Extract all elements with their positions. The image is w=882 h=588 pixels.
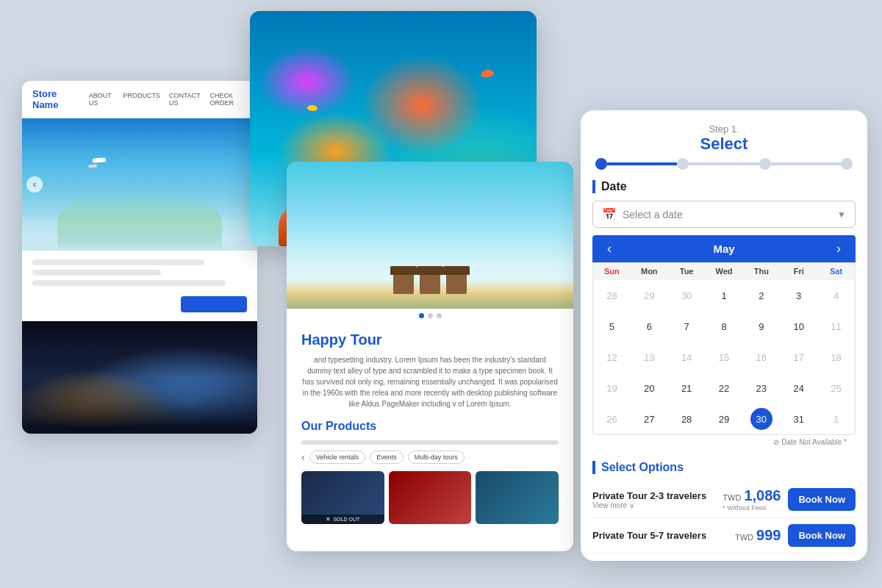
- cal-cell[interactable]: 8: [706, 311, 743, 342]
- cal-cell[interactable]: 24: [780, 373, 817, 404]
- prev-month-button[interactable]: ‹: [604, 241, 614, 257]
- step-dot-1: [595, 158, 607, 170]
- dropdown-arrow-icon: ▼: [837, 209, 846, 220]
- store-hero-image: ‹: [22, 118, 257, 251]
- filter-multiday[interactable]: Multi-day tours: [408, 451, 465, 464]
- tour-description: and typesetting industry. Lorem Ipsum ha…: [301, 354, 559, 409]
- cal-cell[interactable]: 12: [593, 342, 631, 373]
- step-line-2: [689, 162, 759, 165]
- date-select-dropdown[interactable]: 📅 Select a date ▼: [592, 201, 856, 228]
- nav-products[interactable]: PRODUCTS: [123, 92, 160, 107]
- cal-cell[interactable]: 18: [817, 342, 855, 373]
- cal-cell[interactable]: 3: [780, 280, 817, 311]
- cal-cell[interactable]: 1: [817, 404, 855, 434]
- cal-cell[interactable]: 20: [631, 373, 668, 404]
- products-title: Our Products: [301, 420, 559, 433]
- tour-dot-3: [437, 313, 442, 318]
- cal-cell[interactable]: 27: [631, 404, 668, 434]
- cal-cell[interactable]: 9: [742, 311, 780, 342]
- filter-prev-btn[interactable]: ‹: [301, 451, 305, 463]
- step-header: Step 1. Select: [581, 110, 867, 158]
- step-line-3: [771, 162, 841, 165]
- product-thumb-1[interactable]: ✕ SOLD OUT: [301, 471, 384, 524]
- tour-title: Happy Tour: [301, 331, 559, 348]
- book-now-button-2[interactable]: Book Now: [788, 524, 856, 547]
- skeleton-btn: [181, 296, 247, 312]
- cal-cell[interactable]: 21: [668, 373, 706, 404]
- cal-cell[interactable]: 25: [817, 373, 855, 404]
- filter-events[interactable]: Events: [370, 451, 404, 464]
- skeleton-line-3: [32, 280, 226, 286]
- day-tue: Tue: [668, 262, 706, 280]
- cal-cell[interactable]: 15: [706, 342, 743, 373]
- option-2-price-block: TWD 999 Book Now: [735, 524, 856, 547]
- cal-cell[interactable]: 13: [631, 342, 668, 373]
- store-brand: Store Name: [32, 88, 77, 110]
- cal-cell[interactable]: 17: [780, 342, 817, 373]
- cal-cell[interactable]: 5: [593, 311, 631, 342]
- cal-cell[interactable]: 11: [817, 311, 855, 342]
- calendar-icon: 📅: [602, 207, 617, 221]
- tour-dot-2: [428, 313, 433, 318]
- date-section-title: Date: [592, 180, 856, 193]
- calendar-header: ‹ May ›: [592, 235, 856, 262]
- prev-arrow[interactable]: ‹: [26, 176, 43, 193]
- step-label: Step 1.: [595, 123, 853, 135]
- cal-cell[interactable]: 22: [706, 373, 743, 404]
- skeleton-line-1: [32, 259, 204, 265]
- tour-hero-image: [287, 162, 573, 309]
- cal-cell-today[interactable]: 30: [742, 404, 780, 434]
- filter-bar: ‹ Vehicle rentals Events Multi-day tours: [301, 451, 559, 464]
- cal-cell[interactable]: 26: [593, 404, 631, 434]
- option-1-view-more[interactable]: View more ∨: [592, 501, 706, 509]
- cal-cell[interactable]: 1: [706, 280, 743, 311]
- day-thu: Thu: [742, 262, 780, 280]
- cal-cell[interactable]: 16: [742, 342, 780, 373]
- day-sat: Sat: [817, 262, 855, 280]
- cal-cell[interactable]: 4: [817, 280, 855, 311]
- cal-cell[interactable]: 29: [706, 404, 743, 434]
- cal-cell[interactable]: 7: [668, 311, 706, 342]
- cal-cell[interactable]: 14: [668, 342, 706, 373]
- calendar-weeks: 28 29 30 1 2 3 4 5 6 7 8 9 10 1: [593, 280, 855, 434]
- cal-cell[interactable]: 23: [742, 373, 780, 404]
- step-dot-2: [677, 158, 689, 170]
- next-month-button[interactable]: ›: [833, 241, 844, 257]
- calendar-grid: Sun Mon Tue Wed Thu Fri Sat 28 29 30 1: [592, 262, 856, 435]
- nav-order[interactable]: CHECK ORDER: [210, 92, 247, 107]
- nav-contact[interactable]: CONTACT US: [169, 92, 201, 107]
- step-progress: [581, 158, 867, 180]
- select-options-section: Select Options Private Tour 2-3 traveler…: [581, 452, 867, 561]
- tour-dots: [287, 309, 573, 323]
- nav-about[interactable]: ABOUT US: [89, 92, 115, 107]
- product-thumb-3[interactable]: [476, 471, 559, 524]
- step-dot-3: [759, 158, 771, 170]
- day-wed: Wed: [706, 262, 743, 280]
- option-1-info: Private Tour 2-3 travelers View more ∨: [592, 490, 706, 509]
- cal-cell[interactable]: 19: [593, 373, 631, 404]
- product-thumb-2[interactable]: [389, 471, 472, 524]
- store-card: Store Name ABOUT US PRODUCTS CONTACT US …: [22, 81, 257, 434]
- tour-card: Happy Tour and typesetting industry. Lor…: [287, 162, 573, 551]
- cal-cell[interactable]: 28: [668, 404, 706, 434]
- option-1-price-block: TWD 1,086 * Without Fees Book Now: [723, 487, 856, 512]
- sold-out-badge: ✕ SOLD OUT: [301, 514, 384, 524]
- cal-cell[interactable]: 2: [742, 280, 780, 311]
- book-now-button-1[interactable]: Book Now: [788, 488, 856, 511]
- cal-cell[interactable]: 10: [780, 311, 817, 342]
- cal-cell[interactable]: 30: [668, 280, 706, 311]
- option-1-no-fees: * Without Fees: [723, 504, 781, 512]
- option-2-currency: TWD: [735, 533, 753, 542]
- option-1-label: Private Tour 2-3 travelers: [592, 490, 706, 501]
- option-2-info: Private Tour 5-7 travelers: [592, 530, 706, 541]
- calendar-card: Step 1. Select Date 📅 Select a date ▼: [581, 110, 867, 561]
- day-mon: Mon: [631, 262, 668, 280]
- cal-cell[interactable]: 28: [593, 280, 631, 311]
- cal-cell[interactable]: 6: [631, 311, 668, 342]
- filter-vehicle[interactable]: Vehicle rentals: [309, 451, 366, 464]
- cal-cell[interactable]: 31: [780, 404, 817, 434]
- tour-dot-1: [419, 313, 424, 318]
- cal-cell[interactable]: 29: [631, 280, 668, 311]
- option-2-label: Private Tour 5-7 travelers: [592, 530, 706, 541]
- option-2-price-info: TWD 999: [735, 527, 781, 544]
